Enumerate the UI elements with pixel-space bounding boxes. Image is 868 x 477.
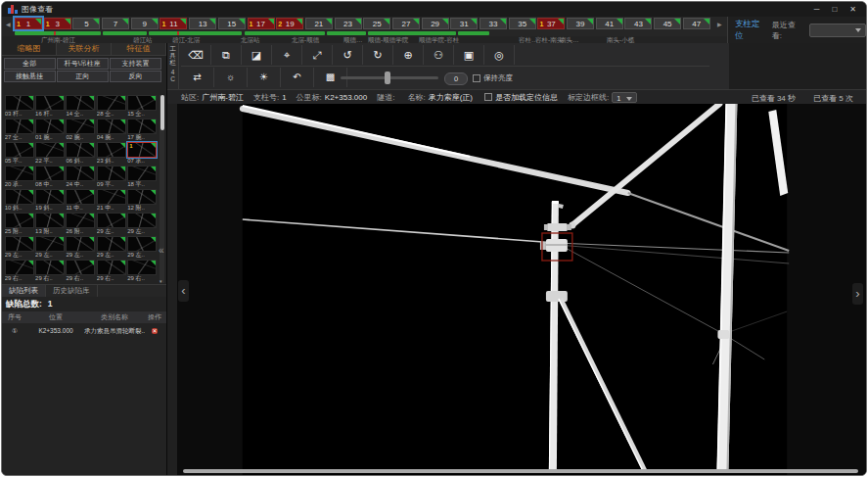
tabs-scroll-right-icon[interactable]: ▶: [717, 21, 722, 27]
thumbnail[interactable]: 29 右..: [5, 260, 34, 282]
thumbnail[interactable]: 14 全..: [66, 95, 95, 118]
thumbnail[interactable]: 18 平..: [127, 166, 157, 188]
defect-tab[interactable]: 缺陷列表: [2, 285, 46, 297]
image-viewer[interactable]: ‹ ›: [177, 104, 866, 475]
toolbar-icon[interactable]: ⌖: [272, 45, 302, 65]
tools-panel-tab[interactable]: 工具栏 4C: [167, 43, 179, 89]
thumbnail[interactable]: 29 左..: [66, 236, 95, 259]
pole-tab[interactable]: 7: [102, 18, 129, 29]
toolbar-icon[interactable]: ◪: [242, 45, 272, 65]
sidebar-tab[interactable]: 特征值: [112, 43, 166, 56]
thumbnail[interactable]: 20 承..: [5, 166, 34, 188]
pole-tab[interactable]: 15: [218, 18, 246, 29]
pole-tab[interactable]: 47: [683, 18, 710, 29]
brightness-value-field[interactable]: 0: [444, 72, 468, 85]
thumbnail[interactable]: 13 附..: [35, 213, 65, 235]
pole-tab[interactable]: 1 17: [248, 18, 275, 29]
toolbar-icon[interactable]: ⧉: [211, 45, 242, 65]
thumbnail[interactable]: 05 平..: [5, 142, 34, 165]
defect-tab[interactable]: 历史缺陷库: [46, 285, 98, 297]
pole-tab[interactable]: 23: [335, 18, 362, 29]
thumbnail[interactable]: 11 中..: [66, 189, 95, 212]
toolbar-icon[interactable]: ⤢: [302, 45, 333, 65]
pole-tab[interactable]: 35: [509, 18, 536, 29]
brightness-slider-handle[interactable]: [385, 72, 390, 84]
pole-tab[interactable]: 29: [422, 18, 449, 29]
scrollbar-thumb[interactable]: [160, 95, 164, 130]
thumbnail[interactable]: 02 腕..: [66, 119, 95, 141]
pole-tab[interactable]: 25: [363, 18, 390, 29]
pole-tab[interactable]: 1 37: [537, 18, 565, 29]
horizontal-scrollbar[interactable]: [183, 469, 858, 473]
filter-button[interactable]: 反向: [110, 71, 161, 82]
thumbnail[interactable]: 29 右..: [35, 260, 65, 282]
pole-tab[interactable]: 45: [654, 18, 681, 29]
thumbnail[interactable]: 15 全..: [127, 95, 157, 118]
pole-tab[interactable]: 9: [131, 18, 159, 29]
pole-tab[interactable]: 1 1: [15, 18, 42, 29]
pole-tab[interactable]: 1 3: [44, 18, 71, 29]
thumbnail[interactable]: 22 平..: [35, 142, 65, 165]
toolbar-icon[interactable]: ⊕: [393, 45, 424, 65]
thumbnail[interactable]: 04 腕..: [97, 119, 126, 141]
thumbnail[interactable]: 03 杆..: [5, 95, 34, 118]
thumbnail[interactable]: 16 杆..: [35, 95, 65, 118]
pole-tab[interactable]: 31: [450, 18, 478, 29]
thumbnail[interactable]: 12 附..: [127, 189, 157, 212]
toolbar-icon[interactable]: ☼: [214, 68, 248, 87]
filter-button[interactable]: 接触悬挂: [4, 71, 56, 82]
thumbnail[interactable]: 23 斜..: [97, 142, 126, 165]
thumbnail[interactable]: 29 右..: [127, 260, 157, 282]
close-button[interactable]: ✕: [849, 2, 856, 17]
thumbnail[interactable]: 19 斜..: [35, 189, 65, 212]
toolbar-icon[interactable]: ▣: [454, 45, 484, 65]
toolbar-icon[interactable]: ↶: [281, 68, 314, 87]
thumbnail[interactable]: 24 中..: [66, 166, 95, 188]
filter-button[interactable]: 支持装置: [110, 58, 161, 70]
filter-button[interactable]: 全部: [4, 58, 56, 70]
pole-tab[interactable]: 43: [624, 18, 652, 29]
maximize-button[interactable]: □: [832, 2, 837, 17]
thumbnail[interactable]: 29 左..: [5, 236, 34, 259]
thumbnail[interactable]: 06 斜..: [66, 142, 95, 165]
keep-brightness-checkbox[interactable]: [473, 74, 480, 82]
filter-button[interactable]: 正向: [57, 71, 109, 82]
sidebar-tab[interactable]: 关联分析: [57, 43, 112, 56]
thumbnail[interactable]: 09 平..: [97, 166, 126, 188]
next-image-button[interactable]: ›: [852, 283, 863, 305]
thumbnail[interactable]: 26 附..: [66, 213, 95, 235]
delete-defect-button[interactable]: ✕: [152, 328, 157, 334]
border-line-select[interactable]: 1: [612, 92, 637, 103]
pole-tab[interactable]: 5: [72, 18, 100, 29]
thumbnail[interactable]: 29 左..: [127, 213, 157, 235]
thumbnail[interactable]: 29 左..: [127, 236, 157, 259]
toolbar-icon[interactable]: ⌫: [181, 45, 211, 65]
thumbnail[interactable]: 29 左..: [35, 236, 65, 259]
toolbar-icon[interactable]: ◎: [484, 45, 515, 65]
thumbnail[interactable]: 28 全..: [97, 95, 126, 118]
pole-tab[interactable]: 39: [567, 18, 594, 29]
thumbnail[interactable]: 10 斜..: [5, 189, 34, 212]
pole-tab[interactable]: 21: [305, 18, 333, 29]
thumbnail[interactable]: 29 右..: [66, 260, 95, 282]
pole-tab[interactable]: 27: [392, 18, 420, 29]
thumbnail[interactable]: 29 左..: [97, 236, 126, 259]
sidebar-tab[interactable]: 缩略图: [2, 43, 57, 56]
pole-tab[interactable]: 1 11: [160, 18, 187, 29]
thumbnail[interactable]: 01 腕..: [35, 119, 65, 141]
filter-button[interactable]: 杆号\吊柱座: [57, 58, 109, 70]
thumbnail[interactable]: 29 左..: [97, 213, 126, 235]
recent-view-select[interactable]: [809, 24, 866, 37]
defect-row[interactable]: ① K2+353.000 承力索悬吊滑轮断裂.. ✕: [2, 324, 166, 337]
pole-tab[interactable]: 33: [480, 18, 507, 29]
thumbnail[interactable]: 21 中..: [97, 189, 126, 212]
pole-tab[interactable]: 13: [189, 18, 216, 29]
pole-tab[interactable]: 2 19: [276, 18, 303, 29]
toolbar-icon[interactable]: ⚇: [424, 45, 454, 65]
toolbar-icon[interactable]: ↻: [363, 45, 393, 65]
previous-image-button[interactable]: ‹: [178, 280, 189, 302]
pillar-locate-link[interactable]: 支柱定位: [735, 19, 765, 42]
toolbar-icon[interactable]: ☀: [248, 68, 281, 87]
sidebar-collapse-handle[interactable]: «: [159, 245, 164, 256]
pole-tab[interactable]: 41: [596, 18, 623, 29]
